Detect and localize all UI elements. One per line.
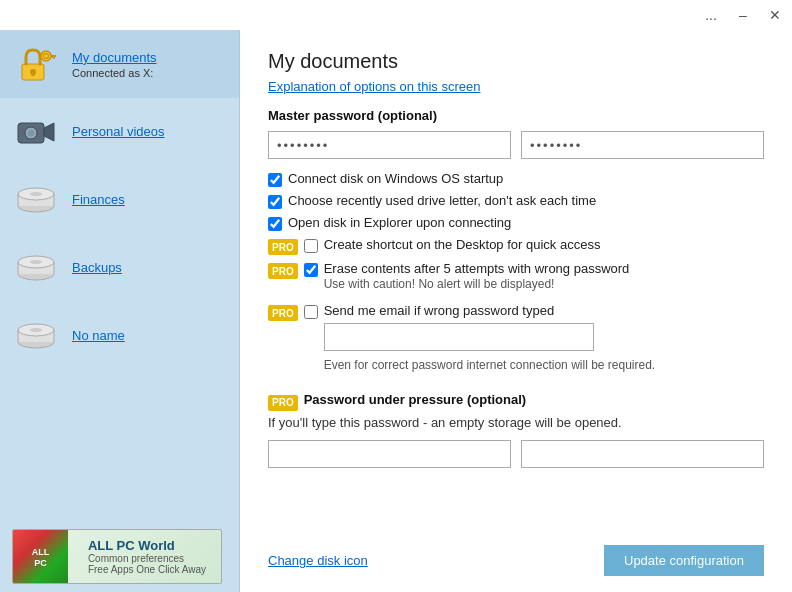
footer-banner: ALLPC ALL PC World Common preferences Fr… (12, 529, 222, 584)
svg-point-3 (41, 51, 51, 61)
explanation-link[interactable]: Explanation of options on this screen (268, 79, 764, 94)
sidebar-item-my-documents-labels: My documents Connected as X: (72, 49, 157, 79)
checkbox-connect-startup: Connect disk on Windows OS startup (268, 171, 764, 187)
pressure-section-header: PRO Password under pressure (optional) (268, 392, 764, 411)
disk-finances-icon (12, 176, 60, 224)
svg-point-11 (28, 130, 35, 137)
pressure-password-row (268, 440, 764, 468)
checkbox-recently-used: Choose recently used drive letter, don't… (268, 193, 764, 209)
titlebar: ... – ✕ (0, 0, 792, 30)
update-configuration-button[interactable]: Update configuration (604, 545, 764, 576)
app-container: My documents Connected as X: Personal vi… (0, 30, 792, 592)
change-disk-icon-link[interactable]: Change disk icon (268, 553, 368, 568)
pressure-sub-text: If you'll type this password - an empty … (268, 415, 764, 430)
svg-point-27 (30, 328, 42, 332)
checkbox-create-shortcut: Create shortcut on the Desktop for quick… (304, 237, 601, 253)
checkbox-connect-startup-input[interactable] (268, 173, 282, 187)
checkbox-erase-contents-label: Erase contents after 5 attempts with wro… (324, 261, 630, 276)
sidebar-item-my-documents-sublabel: Connected as X: (72, 67, 157, 79)
sidebar-item-no-name-label: No name (72, 327, 125, 345)
minimize-button[interactable]: – (734, 7, 752, 23)
page-title: My documents (268, 50, 764, 73)
pro-badge-email: PRO (268, 305, 298, 321)
pro-badge-shortcut: PRO (268, 239, 298, 255)
checkbox-send-email-input[interactable] (304, 305, 318, 319)
bottom-bar: Change disk icon Update configuration (268, 537, 764, 576)
sidebar-item-my-documents-label: My documents (72, 49, 157, 67)
sidebar-item-no-name[interactable]: No name (0, 302, 239, 370)
checkbox-erase-contents-input[interactable] (304, 263, 318, 277)
checkbox-open-explorer-input[interactable] (268, 217, 282, 231)
lock-icon (12, 40, 60, 88)
master-password-row (268, 131, 764, 159)
sidebar: My documents Connected as X: Personal vi… (0, 30, 240, 592)
disk-noname-icon (12, 312, 60, 360)
pressure-input2[interactable] (521, 440, 764, 468)
checkbox-open-explorer: Open disk in Explorer upon connecting (268, 215, 764, 231)
disk-backups-icon (12, 244, 60, 292)
pro-badge-erase: PRO (268, 263, 298, 279)
sidebar-item-finances-label: Finances (72, 191, 125, 209)
checkbox-send-email-row: PRO Send me email if wrong password type… (268, 303, 764, 386)
svg-point-15 (30, 192, 42, 196)
sidebar-item-my-documents[interactable]: My documents Connected as X: (0, 30, 239, 98)
sidebar-footer: ALLPC ALL PC World Common preferences Fr… (0, 521, 239, 592)
checkbox-create-shortcut-label: Create shortcut on the Desktop for quick… (324, 237, 601, 252)
main-content: My documents Explanation of options on t… (240, 30, 792, 592)
checkbox-send-email-label: Send me email if wrong password typed (324, 303, 555, 318)
email-input-row (324, 323, 656, 351)
svg-rect-2 (32, 72, 35, 76)
checkbox-send-email: Send me email if wrong password typed (304, 303, 656, 319)
checkbox-recently-used-input[interactable] (268, 195, 282, 209)
pressure-section-label: Password under pressure (optional) (304, 392, 527, 407)
sidebar-item-backups[interactable]: Backups (0, 234, 239, 302)
checkbox-create-shortcut-input[interactable] (304, 239, 318, 253)
email-input[interactable] (324, 323, 594, 351)
email-info-text: Even for correct password internet conne… (324, 358, 656, 372)
checkbox-connect-startup-label: Connect disk on Windows OS startup (288, 171, 503, 186)
master-password-input1[interactable] (268, 131, 511, 159)
pressure-input1[interactable] (268, 440, 511, 468)
close-button[interactable]: ✕ (766, 7, 784, 23)
checkbox-erase-contents: Erase contents after 5 attempts with wro… (304, 261, 630, 277)
checkbox-open-explorer-label: Open disk in Explorer upon connecting (288, 215, 511, 230)
caution-text: Use with caution! No alert will be displ… (324, 277, 630, 291)
footer-sub1: Common preferences (88, 553, 206, 564)
sidebar-item-backups-label: Backups (72, 259, 122, 277)
checkbox-create-shortcut-row: PRO Create shortcut on the Desktop for q… (268, 237, 764, 255)
pro-badge-pressure: PRO (268, 395, 298, 411)
checkbox-erase-contents-row: PRO Erase contents after 5 attempts with… (268, 261, 764, 297)
camera-icon (12, 108, 60, 156)
sidebar-item-personal-videos-label: Personal videos (72, 123, 165, 141)
footer-sub2: Free Apps One Click Away (88, 564, 206, 575)
master-password-label: Master password (optional) (268, 108, 764, 123)
svg-marker-9 (44, 123, 54, 141)
sidebar-item-finances[interactable]: Finances (0, 166, 239, 234)
checkbox-recently-used-label: Choose recently used drive letter, don't… (288, 193, 596, 208)
more-button[interactable]: ... (702, 7, 720, 23)
sidebar-item-personal-videos[interactable]: Personal videos (0, 98, 239, 166)
master-password-input2[interactable] (521, 131, 764, 159)
footer-logo: ALL PC World (88, 538, 206, 553)
svg-point-21 (30, 260, 42, 264)
